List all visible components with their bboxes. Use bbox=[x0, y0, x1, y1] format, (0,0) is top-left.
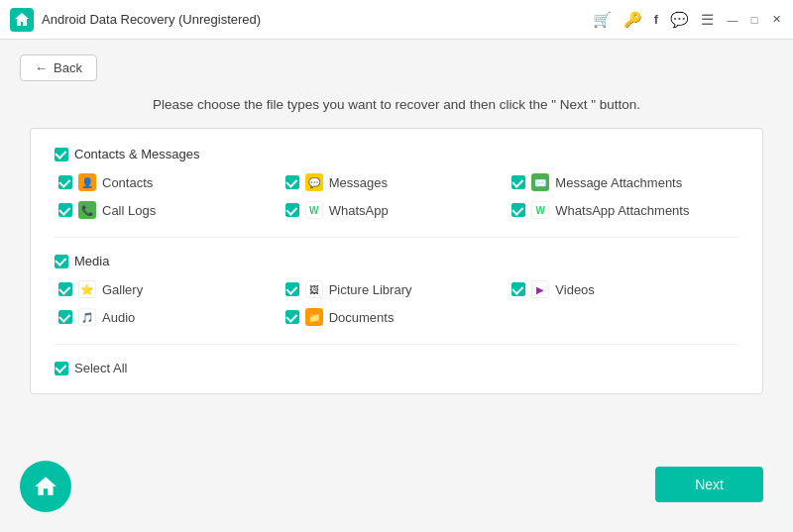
app-logo bbox=[10, 8, 34, 32]
category-contacts-checkbox[interactable] bbox=[55, 148, 68, 161]
gallery-icon: ⭐ bbox=[78, 280, 96, 298]
minimize-button[interactable]: — bbox=[726, 13, 739, 27]
picture-library-label: Picture Library bbox=[329, 282, 412, 297]
window-controls: — □ ✕ bbox=[726, 13, 783, 27]
gallery-label: Gallery bbox=[102, 282, 143, 297]
videos-checkbox[interactable] bbox=[511, 282, 525, 296]
message-attachments-icon: ✉️ bbox=[531, 173, 549, 191]
whatsapp-label: WhatsApp bbox=[329, 203, 389, 218]
list-item: 📞 Call Logs bbox=[58, 201, 285, 219]
list-item: 🎵 Audio bbox=[58, 308, 285, 326]
whatsapp-attachments-label: WhatsApp Attachments bbox=[555, 203, 689, 218]
home-button[interactable] bbox=[20, 461, 71, 512]
category-contacts-messages: Contacts & Messages bbox=[55, 147, 738, 161]
category-contacts-label: Contacts & Messages bbox=[74, 147, 199, 161]
home-icon bbox=[33, 474, 58, 499]
documents-checkbox[interactable] bbox=[285, 310, 299, 324]
message-attachments-checkbox[interactable] bbox=[511, 175, 525, 189]
category-media-checkbox[interactable] bbox=[55, 255, 68, 268]
select-all-checkbox[interactable] bbox=[55, 362, 68, 375]
back-button-label: Back bbox=[54, 60, 82, 75]
contacts-icon: 👤 bbox=[78, 173, 96, 191]
house-icon bbox=[14, 12, 30, 28]
list-item: ⭐ Gallery bbox=[58, 280, 285, 298]
list-item: W WhatsApp bbox=[285, 201, 512, 219]
section-divider bbox=[55, 237, 738, 238]
audio-label: Audio bbox=[102, 310, 135, 325]
list-item: ▶ Videos bbox=[511, 280, 738, 298]
messages-icon: 💬 bbox=[305, 173, 323, 191]
media-items-grid: ⭐ Gallery 🖼 Picture Library ▶ Videos 🎵 A… bbox=[55, 280, 738, 326]
cart-icon[interactable]: 🛒 bbox=[593, 11, 612, 29]
picture-library-checkbox[interactable] bbox=[285, 282, 299, 296]
back-button[interactable]: ← Back bbox=[20, 54, 97, 81]
contacts-items-grid: 👤 Contacts 💬 Messages ✉️ Message Attachm… bbox=[55, 173, 738, 219]
whatsapp-attachments-checkbox[interactable] bbox=[511, 203, 525, 217]
list-item: 👤 Contacts bbox=[58, 173, 285, 191]
key-icon[interactable]: 🔑 bbox=[623, 11, 642, 29]
messages-checkbox[interactable] bbox=[285, 175, 299, 189]
maximize-button[interactable]: □ bbox=[747, 13, 761, 27]
app-title: Android Data Recovery (Unregistered) bbox=[42, 12, 593, 27]
titlebar-action-icons: 🛒 🔑 f 💬 ☰ bbox=[593, 11, 714, 29]
audio-checkbox[interactable] bbox=[58, 310, 72, 324]
next-button[interactable]: Next bbox=[655, 467, 763, 502]
category-media: Media bbox=[55, 254, 738, 268]
videos-label: Videos bbox=[555, 282, 595, 297]
message-attachments-label: Message Attachments bbox=[555, 175, 682, 190]
instruction-text: Please choose the file types you want to… bbox=[20, 97, 773, 112]
whatsapp-icon: W bbox=[305, 201, 323, 219]
contacts-label: Contacts bbox=[102, 175, 153, 190]
titlebar: Android Data Recovery (Unregistered) 🛒 🔑… bbox=[0, 0, 793, 40]
messages-label: Messages bbox=[329, 175, 388, 190]
list-item: W WhatsApp Attachments bbox=[511, 201, 738, 219]
call-logs-checkbox[interactable] bbox=[58, 203, 72, 217]
menu-icon[interactable]: ☰ bbox=[701, 11, 714, 29]
list-item: 💬 Messages bbox=[285, 173, 512, 191]
whatsapp-checkbox[interactable] bbox=[285, 203, 299, 217]
call-logs-icon: 📞 bbox=[78, 201, 96, 219]
documents-label: Documents bbox=[329, 310, 395, 325]
videos-icon: ▶ bbox=[531, 280, 549, 298]
category-media-label: Media bbox=[74, 254, 109, 268]
whatsapp-attachments-icon: W bbox=[531, 201, 549, 219]
contacts-checkbox[interactable] bbox=[58, 175, 72, 189]
call-logs-label: Call Logs bbox=[102, 203, 156, 218]
picture-library-icon: 🖼 bbox=[305, 280, 323, 298]
close-button[interactable]: ✕ bbox=[769, 13, 783, 27]
list-item: ✉️ Message Attachments bbox=[511, 173, 738, 191]
chat-icon[interactable]: 💬 bbox=[670, 11, 689, 29]
main-content: ← Back Please choose the file types you … bbox=[0, 40, 793, 532]
back-arrow-icon: ← bbox=[35, 60, 48, 75]
select-all-label: Select All bbox=[74, 361, 127, 375]
audio-icon: 🎵 bbox=[78, 308, 96, 326]
facebook-icon[interactable]: f bbox=[654, 12, 658, 27]
list-item: 📁 Documents bbox=[285, 308, 512, 326]
documents-icon: 📁 bbox=[305, 308, 323, 326]
gallery-checkbox[interactable] bbox=[58, 282, 72, 296]
list-item: 🖼 Picture Library bbox=[285, 280, 512, 298]
section-divider-2 bbox=[55, 344, 738, 345]
select-all-row: Select All bbox=[55, 361, 738, 375]
selection-box: Contacts & Messages 👤 Contacts 💬 Message… bbox=[30, 128, 763, 394]
